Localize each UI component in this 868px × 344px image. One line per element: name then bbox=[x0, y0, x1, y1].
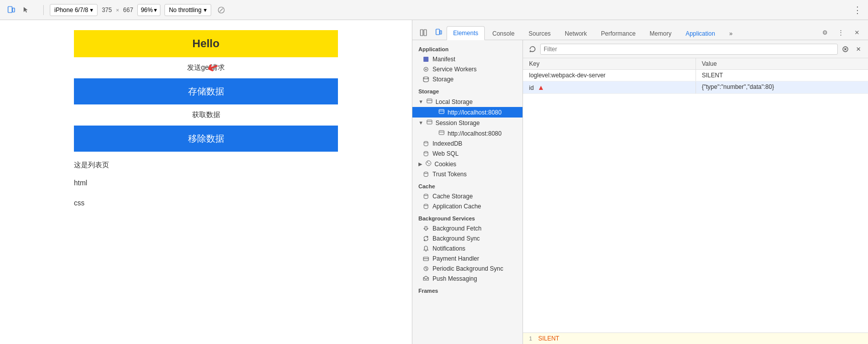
svg-point-20 bbox=[424, 142, 428, 143]
sidebar-item-manifest[interactable]: Manifest bbox=[412, 54, 523, 64]
service-workers-label: Service Workers bbox=[432, 66, 477, 73]
tab-performance[interactable]: Performance bbox=[594, 27, 642, 40]
storage-label: Storage bbox=[432, 76, 454, 83]
tab-more[interactable]: » bbox=[723, 27, 739, 40]
tab-console[interactable]: Console bbox=[486, 27, 521, 40]
kv-refresh-button[interactable] bbox=[527, 44, 538, 55]
local-storage-localhost[interactable]: http://localhost:8080 bbox=[412, 107, 523, 118]
kv-table-header: Key Value bbox=[523, 58, 868, 70]
list-item-css: css bbox=[74, 193, 338, 213]
session-storage-url: http://localhost:8080 bbox=[448, 130, 501, 137]
table-row[interactable]: id ▲{"type":"number","data":80} bbox=[523, 81, 868, 94]
sidebar-item-trust-tokens[interactable]: Trust Tokens bbox=[412, 169, 523, 179]
tab-memory[interactable]: Memory bbox=[643, 27, 678, 40]
kv-key-cell: loglevel:webpack-dev-server bbox=[523, 70, 696, 81]
device-selector[interactable]: iPhone 6/7/8 ▾ bbox=[50, 4, 98, 16]
sidebar-item-push-messaging[interactable]: Push Messaging bbox=[412, 274, 523, 284]
periodic-bg-sync-label: Periodic Background Sync bbox=[432, 265, 503, 272]
payment-handler-label: Payment Handler bbox=[432, 255, 479, 262]
bg-fetch-label: Background Fetch bbox=[432, 225, 481, 232]
remove-data-button[interactable]: 移除数据 bbox=[74, 126, 338, 152]
svg-rect-18 bbox=[439, 131, 444, 135]
session-storage-arrow: ▼ bbox=[418, 120, 423, 126]
device-mode-icon[interactable] bbox=[4, 3, 18, 17]
hello-button[interactable]: Hello bbox=[74, 30, 338, 57]
phone-panel: Hello 发送get请求 ➜ 存储数据 获取数据 移除数据 这是列表页 htm… bbox=[0, 20, 412, 344]
sidebar-item-indexeddb[interactable]: IndexedDB bbox=[412, 139, 523, 149]
devtools-close-icon[interactable]: ✕ bbox=[850, 26, 864, 40]
indexeddb-icon bbox=[422, 140, 429, 147]
session-storage-localhost[interactable]: http://localhost:8080 bbox=[412, 128, 523, 139]
local-storage-row[interactable]: ▼ Local Storage bbox=[412, 96, 523, 107]
cookies-arrow: ▶ bbox=[418, 161, 422, 167]
storage-icon bbox=[422, 76, 429, 83]
svg-point-10 bbox=[425, 69, 427, 70]
kv-close-button[interactable]: ✕ bbox=[853, 44, 864, 55]
devtools-settings-icon[interactable]: ⚙ bbox=[818, 26, 832, 40]
store-data-button[interactable]: 存储数据 bbox=[74, 78, 338, 104]
devtools-mode-icons bbox=[4, 3, 33, 17]
devtools-body: Application Manifest Service Workers bbox=[412, 40, 868, 344]
svg-point-26 bbox=[424, 194, 428, 196]
col-value: Value bbox=[696, 58, 868, 70]
tab-elements[interactable]: Elements bbox=[447, 26, 485, 40]
devtools-dots-icon[interactable]: ⋮ bbox=[834, 26, 848, 40]
svg-point-27 bbox=[424, 204, 428, 206]
sidebar-item-storage[interactable]: Storage bbox=[412, 74, 523, 84]
kv-toolbar: ✕ bbox=[523, 40, 868, 58]
sidebar-item-application-cache[interactable]: Application Cache bbox=[412, 201, 523, 211]
svg-rect-7 bbox=[440, 31, 442, 34]
device-dropdown-icon: ▾ bbox=[90, 7, 93, 14]
sidebar-item-service-workers[interactable]: Service Workers bbox=[412, 64, 523, 74]
svg-line-3 bbox=[220, 9, 223, 12]
bg-sync-icon bbox=[422, 235, 429, 242]
trust-tokens-icon bbox=[422, 171, 429, 178]
devtools-inspect-icon[interactable] bbox=[416, 26, 430, 40]
cache-storage-icon bbox=[422, 193, 429, 200]
application-section-title: Application bbox=[412, 42, 523, 54]
cursor-icon[interactable] bbox=[19, 3, 33, 17]
devtools-tab-more-controls: ⚙ ⋮ ✕ bbox=[818, 26, 864, 40]
no-throttle-icon[interactable] bbox=[215, 4, 227, 16]
kv-filter-clear-icon[interactable] bbox=[840, 44, 851, 55]
application-cache-icon bbox=[422, 203, 429, 210]
svg-rect-12 bbox=[427, 99, 432, 103]
sidebar-item-payment-handler[interactable]: Payment Handler bbox=[412, 254, 523, 264]
sidebar-item-cache-storage[interactable]: Cache Storage bbox=[412, 191, 523, 201]
throttle-selector[interactable]: No throttling ▾ bbox=[164, 4, 211, 16]
device-label: iPhone 6/7/8 bbox=[54, 7, 88, 14]
toolbar-more-menu[interactable]: ⋮ bbox=[851, 5, 864, 16]
sidebar-item-periodic-bg-sync[interactable]: Periodic Background Sync bbox=[412, 264, 523, 274]
trust-tokens-label: Trust Tokens bbox=[432, 171, 467, 178]
zoom-selector[interactable]: 96% ▾ bbox=[137, 4, 160, 16]
tab-network[interactable]: Network bbox=[558, 27, 593, 40]
session-storage-row[interactable]: ▼ Session Storage bbox=[412, 118, 523, 128]
svg-point-24 bbox=[428, 163, 429, 164]
table-row[interactable]: loglevel:webpack-dev-serverSILENT bbox=[523, 70, 868, 81]
cookies-row[interactable]: ▶ Cookies bbox=[412, 159, 523, 169]
kv-table: Key Value loglevel:webpack-dev-serverSIL… bbox=[523, 58, 868, 94]
kv-filter-input[interactable] bbox=[540, 44, 838, 55]
sidebar-item-bg-sync[interactable]: Background Sync bbox=[412, 234, 523, 244]
list-item-html: html bbox=[74, 173, 338, 193]
sidebar-item-notifications[interactable]: Notifications bbox=[412, 244, 523, 254]
sidebar-item-websql[interactable]: Web SQL bbox=[412, 149, 523, 159]
kv-bottom-bar: 1 SILENT bbox=[523, 332, 868, 344]
devtools-device-icon[interactable] bbox=[431, 26, 446, 40]
periodic-bg-sync-icon bbox=[422, 265, 429, 272]
svg-rect-5 bbox=[424, 30, 426, 36]
viewport-height: 667 bbox=[123, 7, 133, 14]
zoom-level: 96% bbox=[141, 7, 153, 14]
kv-value-cell: SILENT bbox=[696, 70, 868, 81]
sidebar-item-bg-fetch[interactable]: Background Fetch bbox=[412, 223, 523, 234]
tab-application[interactable]: Application bbox=[679, 27, 722, 40]
websql-icon bbox=[422, 150, 429, 157]
kv-value-cell: {"type":"number","data":80} bbox=[696, 81, 868, 94]
background-services-title: Background Services bbox=[412, 211, 523, 223]
kv-key-cell: id ▲ bbox=[523, 81, 696, 94]
cache-storage-label: Cache Storage bbox=[432, 193, 473, 200]
svg-rect-14 bbox=[439, 109, 444, 113]
svg-point-21 bbox=[424, 152, 428, 153]
tab-sources[interactable]: Sources bbox=[522, 27, 557, 40]
top-toolbar: iPhone 6/7/8 ▾ 375 × 667 96% ▾ No thrott… bbox=[0, 0, 868, 20]
